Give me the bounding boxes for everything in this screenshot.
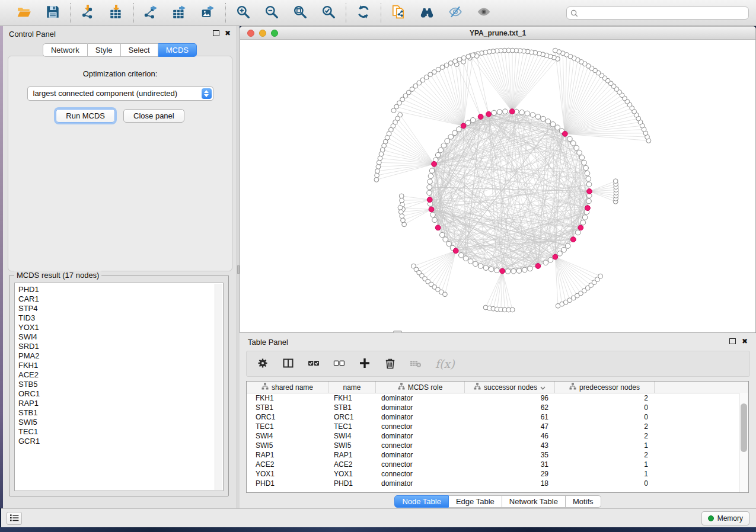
network-node[interactable]: [571, 141, 576, 146]
network-node[interactable]: [473, 261, 479, 267]
network-node[interactable]: [492, 110, 497, 116]
tab-style[interactable]: Style: [88, 43, 121, 57]
mcds-result-item[interactable]: STB1: [18, 408, 223, 418]
table-row[interactable]: YOX1YOX1connector291: [247, 469, 748, 479]
table-cell[interactable]: 47: [465, 422, 555, 431]
tab-mcds[interactable]: MCDS: [158, 43, 197, 57]
network-node[interactable]: [379, 152, 384, 156]
deselect-all-checkboxes-button[interactable]: [333, 357, 345, 371]
network-node[interactable]: [391, 108, 396, 113]
network-node[interactable]: [495, 268, 500, 273]
toolbar-save-button[interactable]: [44, 4, 61, 22]
table-row[interactable]: TEC1TEC1connector472: [247, 422, 748, 431]
toggle-panes-button[interactable]: [282, 357, 294, 371]
network-hub-node[interactable]: [427, 197, 432, 203]
network-node[interactable]: [497, 110, 502, 115]
table-cell[interactable]: 0: [555, 479, 655, 488]
tab-select[interactable]: Select: [121, 43, 158, 57]
mcds-result-item[interactable]: YOX1: [18, 323, 223, 332]
network-node[interactable]: [478, 264, 483, 269]
network-hub-node[interactable]: [585, 206, 591, 211]
table-scrollbar[interactable]: [739, 393, 748, 492]
network-node[interactable]: [377, 160, 381, 165]
network-node[interactable]: [550, 122, 556, 127]
network-node[interactable]: [541, 116, 546, 121]
network-node[interactable]: [511, 269, 516, 274]
toolbar-export-table-button[interactable]: [171, 4, 188, 22]
network-hub-node[interactable]: [570, 237, 576, 242]
network-node[interactable]: [457, 57, 462, 62]
mcds-result-item[interactable]: TEC1: [18, 427, 223, 437]
network-node[interactable]: [398, 206, 403, 210]
clear-table-button[interactable]: [410, 357, 422, 371]
network-node[interactable]: [557, 251, 563, 257]
table-cell[interactable]: FKH1: [247, 393, 328, 403]
tab-node-table[interactable]: Node Table: [394, 495, 449, 508]
network-hub-node[interactable]: [500, 268, 505, 274]
network-node[interactable]: [402, 222, 407, 227]
memory-button[interactable]: Memory: [701, 511, 749, 525]
network-node[interactable]: [459, 253, 464, 258]
network-node[interactable]: [440, 232, 445, 238]
mcds-result-item[interactable]: PHD1: [18, 285, 223, 294]
table-cell[interactable]: dominator: [376, 431, 465, 441]
network-hub-node[interactable]: [578, 225, 583, 230]
table-cell[interactable]: ACE2: [247, 460, 328, 469]
show-panels-button[interactable]: [7, 512, 22, 525]
column-header-MCDS-role[interactable]: MCDS role: [376, 382, 465, 393]
network-node[interactable]: [586, 198, 592, 204]
table-cell[interactable]: 0: [555, 412, 655, 422]
table-cell[interactable]: FKH1: [328, 393, 376, 403]
network-node[interactable]: [553, 48, 557, 53]
result-list-scrollbar[interactable]: [215, 284, 222, 490]
network-node[interactable]: [522, 267, 528, 273]
network-node[interactable]: [399, 194, 404, 198]
network-node[interactable]: [565, 243, 570, 249]
network-node[interactable]: [443, 292, 448, 297]
table-cell[interactable]: SWI4: [247, 431, 328, 441]
network-node[interactable]: [427, 190, 432, 196]
network-node[interactable]: [438, 148, 444, 153]
network-node[interactable]: [448, 134, 454, 140]
criterion-select[interactable]: largest connected component (undirected): [27, 86, 213, 101]
table-row[interactable]: FKH1FKH1dominator962: [247, 393, 748, 403]
network-node[interactable]: [452, 130, 458, 136]
table-cell[interactable]: RAP1: [247, 450, 328, 460]
table-cell[interactable]: STB1: [247, 403, 328, 412]
network-node[interactable]: [453, 59, 458, 63]
network-node[interactable]: [471, 53, 476, 57]
network-node[interactable]: [582, 215, 588, 220]
table-cell[interactable]: 2: [555, 450, 655, 460]
column-header-successor-nodes[interactable]: successor nodes: [465, 382, 555, 393]
network-node[interactable]: [428, 179, 433, 184]
table-cell[interactable]: TEC1: [247, 422, 328, 431]
network-node[interactable]: [461, 56, 466, 60]
mcds-result-item[interactable]: FKH1: [18, 361, 223, 370]
toolbar-export-network-button[interactable]: [143, 4, 160, 22]
network-node[interactable]: [375, 169, 380, 174]
table-cell[interactable]: TEC1: [328, 422, 376, 431]
network-node[interactable]: [489, 267, 494, 272]
table-row[interactable]: ORC1ORC1dominator610: [247, 412, 748, 422]
toolbar-zoom-in-button[interactable]: [235, 4, 251, 22]
network-hub-node[interactable]: [429, 207, 434, 212]
network-node[interactable]: [457, 127, 462, 132]
table-cell[interactable]: 35: [465, 450, 555, 460]
table-cell[interactable]: connector: [376, 469, 465, 479]
column-header-predecessor-nodes[interactable]: predecessor nodes: [555, 382, 655, 393]
table-options-gear-button[interactable]: [257, 357, 269, 371]
table-cell[interactable]: connector: [376, 441, 465, 450]
toolbar-export-image-button[interactable]: [200, 4, 216, 22]
network-node[interactable]: [530, 113, 535, 118]
mcds-result-item[interactable]: SRD1: [18, 342, 223, 351]
network-node[interactable]: [470, 117, 476, 123]
network-node[interactable]: [598, 274, 603, 278]
table-cell[interactable]: 1: [555, 460, 655, 469]
network-hub-node[interactable]: [478, 114, 483, 120]
table-cell[interactable]: 1: [555, 441, 655, 450]
tab-network-table[interactable]: Network Table: [502, 495, 566, 508]
toolbar-zoom-fit-button[interactable]: [292, 4, 308, 22]
network-node[interactable]: [567, 136, 573, 142]
table-cell[interactable]: 0: [555, 403, 655, 412]
close-panel-button[interactable]: Close panel: [123, 109, 184, 123]
